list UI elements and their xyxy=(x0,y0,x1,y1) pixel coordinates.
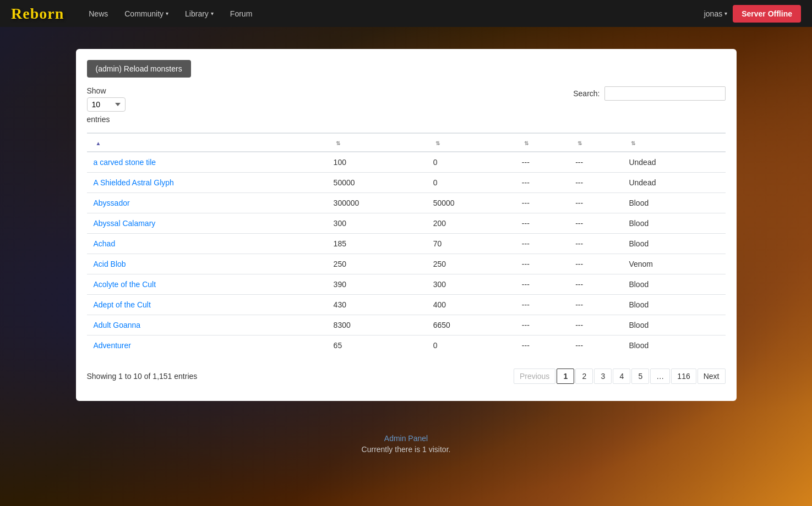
cell-col3: 200 xyxy=(427,213,515,234)
cell-name[interactable]: Abyssador xyxy=(87,193,327,213)
cell-col5: --- xyxy=(569,336,622,356)
nav-item-library[interactable]: Library ▾ xyxy=(177,0,222,27)
cell-col6: Blood xyxy=(622,193,725,213)
cell-name[interactable]: Adept of the Cult xyxy=(87,295,327,315)
cell-name[interactable]: Acid Blob xyxy=(87,254,327,274)
brand-logo[interactable]: Reborn xyxy=(11,5,64,23)
cell-col5: --- xyxy=(569,173,622,193)
chevron-down-icon: ▾ xyxy=(724,10,727,16)
cell-name[interactable]: Adventurer xyxy=(87,336,327,356)
user-menu[interactable]: jonas ▾ xyxy=(704,9,727,18)
cell-col6: Blood xyxy=(622,315,725,336)
col-3-header[interactable]: ⇅ xyxy=(427,133,515,152)
cell-col4: --- xyxy=(515,254,569,274)
table-row: Achad 185 70 --- --- Blood xyxy=(87,234,726,254)
cell-col2: 430 xyxy=(327,295,427,315)
col-4-header[interactable]: ⇅ xyxy=(515,133,569,152)
cell-col4: --- xyxy=(515,193,569,213)
page-3-button[interactable]: 3 xyxy=(594,369,612,384)
table-row: a carved stone tile 100 0 --- --- Undead xyxy=(87,152,726,173)
table-row: Adventurer 65 0 --- --- Blood xyxy=(87,336,726,356)
cell-col3: 0 xyxy=(427,336,515,356)
cell-col3: 6650 xyxy=(427,315,515,336)
table-row: Acid Blob 250 250 --- --- Venom xyxy=(87,254,726,274)
main-container: (admin) Reload monsters Show 10 25 50 10… xyxy=(0,27,812,423)
cell-col5: --- xyxy=(569,213,622,234)
search-input[interactable] xyxy=(604,86,726,101)
navbar: Reborn News Community ▾ Library ▾ Forum … xyxy=(0,0,812,27)
sort-icon-5: ⇅ xyxy=(577,140,582,146)
cell-col6: Blood xyxy=(622,274,725,295)
showing-text: Showing 1 to 10 of 1,151 entries xyxy=(87,372,198,381)
server-offline-button[interactable]: Server Offline xyxy=(733,5,801,23)
cell-name[interactable]: Achad xyxy=(87,234,327,254)
cell-col2: 250 xyxy=(327,254,427,274)
sort-icon-6: ⇅ xyxy=(631,140,635,146)
table-row: A Shielded Astral Glyph 50000 0 --- --- … xyxy=(87,173,726,193)
nav-item-community[interactable]: Community ▾ xyxy=(116,0,177,27)
cell-col2: 8300 xyxy=(327,315,427,336)
cell-col6: Blood xyxy=(622,295,725,315)
col-5-header[interactable]: ⇅ xyxy=(569,133,622,152)
page-116-button[interactable]: 116 xyxy=(671,369,696,384)
show-entries-select[interactable]: 10 25 50 100 xyxy=(87,97,126,112)
cell-name[interactable]: Abyssal Calamary xyxy=(87,213,327,234)
cell-col6: Blood xyxy=(622,213,725,234)
cell-col3: 50000 xyxy=(427,193,515,213)
data-table: ▲ ⇅ ⇅ ⇅ ⇅ ⇅ xyxy=(87,133,726,355)
cell-col6: Blood xyxy=(622,336,725,356)
content-panel: (admin) Reload monsters Show 10 25 50 10… xyxy=(76,49,737,401)
cell-col3: 0 xyxy=(427,173,515,193)
bottom-controls: Showing 1 to 10 of 1,151 entries Previou… xyxy=(87,364,726,384)
col-name-header[interactable]: ▲ xyxy=(87,133,327,152)
cell-col5: --- xyxy=(569,315,622,336)
table-row: Abyssal Calamary 300 200 --- --- Blood xyxy=(87,213,726,234)
cell-col2: 100 xyxy=(327,152,427,173)
cell-col4: --- xyxy=(515,173,569,193)
cell-col5: --- xyxy=(569,295,622,315)
table-header-row: ▲ ⇅ ⇅ ⇅ ⇅ ⇅ xyxy=(87,133,726,152)
prev-button[interactable]: Previous xyxy=(514,369,555,384)
nav-item-news[interactable]: News xyxy=(80,0,116,27)
cell-col6: Venom xyxy=(622,254,725,274)
next-button[interactable]: Next xyxy=(697,369,726,384)
admin-panel-link[interactable]: Admin Panel xyxy=(11,434,801,443)
sort-icon-3: ⇅ xyxy=(435,140,440,146)
entries-label: entries xyxy=(87,115,126,124)
table-row: Acolyte of the Cult 390 300 --- --- Bloo… xyxy=(87,274,726,295)
cell-name[interactable]: a carved stone tile xyxy=(87,152,327,173)
page-1-button[interactable]: 1 xyxy=(557,369,574,384)
cell-col2: 50000 xyxy=(327,173,427,193)
show-select-wrapper: 10 25 50 100 xyxy=(87,95,126,112)
sort-icon-name: ▲ xyxy=(96,140,101,146)
admin-reload-button[interactable]: (admin) Reload monsters xyxy=(87,60,191,78)
nav-links: News Community ▾ Library ▾ Forum xyxy=(80,0,704,27)
cell-col4: --- xyxy=(515,213,569,234)
col-6-header[interactable]: ⇅ xyxy=(622,133,725,152)
show-label: Show xyxy=(87,86,126,95)
nav-right: jonas ▾ Server Offline xyxy=(704,5,801,23)
cell-name[interactable]: A Shielded Astral Glyph xyxy=(87,173,327,193)
cell-col6: Undead xyxy=(622,152,725,173)
cell-col3: 400 xyxy=(427,295,515,315)
page-5-button[interactable]: 5 xyxy=(631,369,649,384)
table-row: Adept of the Cult 430 400 --- --- Blood xyxy=(87,295,726,315)
cell-col3: 70 xyxy=(427,234,515,254)
table-row: Abyssador 300000 50000 --- --- Blood xyxy=(87,193,726,213)
search-row: Search: xyxy=(573,86,725,101)
cell-col4: --- xyxy=(515,336,569,356)
cell-col4: --- xyxy=(515,234,569,254)
cell-col2: 300 xyxy=(327,213,427,234)
cell-name[interactable]: Acolyte of the Cult xyxy=(87,274,327,295)
cell-col3: 300 xyxy=(427,274,515,295)
page-4-button[interactable]: 4 xyxy=(613,369,630,384)
page-ellipsis: … xyxy=(650,369,670,384)
cell-col6: Blood xyxy=(622,234,725,254)
cell-col4: --- xyxy=(515,295,569,315)
page-2-button[interactable]: 2 xyxy=(575,369,593,384)
cell-name[interactable]: Adult Goanna xyxy=(87,315,327,336)
cell-col2: 185 xyxy=(327,234,427,254)
cell-col5: --- xyxy=(569,274,622,295)
nav-item-forum[interactable]: Forum xyxy=(222,0,260,27)
col-2-header[interactable]: ⇅ xyxy=(327,133,427,152)
